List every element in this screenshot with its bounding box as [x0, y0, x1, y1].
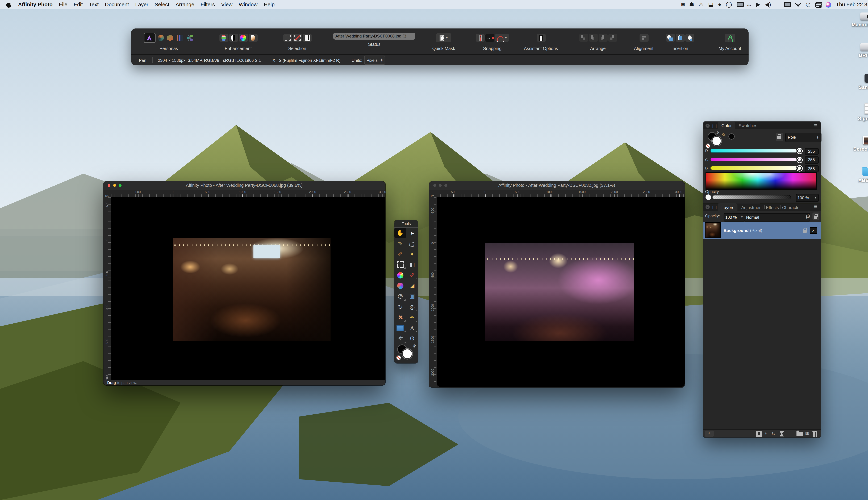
selection-brush-tool[interactable]: ✐ [395, 249, 406, 260]
layers-empty-area[interactable] [703, 239, 820, 430]
move-to-front-button[interactable] [579, 34, 588, 42]
zoom-button[interactable] [445, 184, 447, 186]
tab-adjustment[interactable]: Adjustment [738, 203, 764, 211]
snapping-move-button[interactable]: → [486, 34, 494, 42]
adjustment-layer-button[interactable]: ◑ [764, 431, 767, 436]
auto-contrast-button[interactable] [229, 34, 238, 42]
select-all-button[interactable] [283, 34, 292, 42]
window-titlebar[interactable]: Affinity Photo - After Wedding Party-DSC… [429, 181, 685, 189]
apple-menu-icon[interactable] [6, 1, 12, 8]
zoom-tool[interactable]: ⊙ [406, 333, 418, 344]
red-slider[interactable] [710, 149, 801, 152]
new-pixel-layer-button[interactable]: ▦ [805, 431, 809, 436]
layer-effects-button[interactable]: fx [772, 431, 775, 436]
document-canvas[interactable] [111, 197, 385, 379]
time-machine-icon[interactable]: ◷ [806, 2, 811, 7]
layer-thumbnail[interactable] [705, 223, 721, 238]
delete-layer-button[interactable] [813, 432, 817, 437]
minimize-button[interactable] [113, 184, 116, 186]
volume-icon[interactable]: ◀) [765, 2, 771, 7]
auto-levels-button[interactable] [219, 34, 228, 42]
layer-visibility-checkbox[interactable]: ✓ [810, 227, 817, 234]
mask-layer-button[interactable] [756, 431, 762, 436]
collapse-all-button[interactable]: » [705, 430, 713, 437]
menu-text[interactable]: Text [89, 1, 99, 8]
display-mirroring-icon[interactable] [784, 2, 790, 7]
tone-mapping-persona-button[interactable] [175, 34, 184, 42]
wifi-icon[interactable] [795, 2, 801, 7]
play-circle-icon[interactable]: ▶ [756, 2, 761, 7]
window-titlebar[interactable]: Affinity Photo - After Wedding Party-DSC… [103, 181, 385, 189]
panel-close-icon[interactable]: ✕ [705, 123, 709, 127]
blend-options-gear-icon[interactable]: ⚙ [806, 213, 811, 219]
insert-inside-button[interactable] [685, 34, 694, 42]
tools-palette-title[interactable]: Tools [395, 220, 418, 228]
no-color-icon[interactable] [705, 143, 710, 148]
photo-dscf0068[interactable] [173, 238, 331, 341]
desktop-icon-drive-1[interactable]: ⚡ DRIVE 1 [847, 43, 868, 57]
status-filename-field[interactable]: After Wedding Party-DSCF0068.jpg (3 [333, 33, 415, 39]
my-account-button[interactable] [724, 34, 735, 42]
blue-value[interactable]: 255 [804, 165, 818, 172]
rectangular-marquee-tool[interactable] [395, 259, 406, 270]
mesh-warp-tool[interactable]: # [395, 333, 406, 344]
view-tool[interactable]: ✋ [395, 228, 406, 238]
layer-row-background[interactable]: Background (Pixel) ✓ [703, 222, 820, 239]
vertical-ruler[interactable] [103, 197, 112, 379]
smudge-tool[interactable]: ↻ [395, 302, 406, 312]
dodge-brush-tool[interactable]: ◔ [395, 291, 406, 302]
green-slider[interactable] [710, 157, 801, 161]
clone-stamp-tool[interactable]: ▣ [406, 291, 418, 302]
cookie-icon[interactable]: ● [718, 2, 721, 7]
menu-filters[interactable]: Filters [201, 1, 215, 8]
live-filter-button[interactable] [779, 431, 784, 436]
download-box-icon[interactable]: ⬓ [708, 2, 713, 7]
tab-swatches[interactable]: Swatches [735, 122, 761, 129]
menu-layer[interactable]: Layer [135, 1, 148, 8]
insert-behind-button[interactable] [665, 34, 675, 42]
tab-color[interactable]: Color [718, 122, 735, 129]
units-select[interactable]: Pixels ▴▾ [364, 56, 385, 65]
menu-app-name[interactable]: Affinity Photo [18, 1, 53, 8]
layer-lock-icon[interactable] [803, 228, 807, 233]
panel-menu-icon[interactable]: ≣ [814, 123, 818, 128]
quick-mask-button[interactable]: ▾ [436, 33, 452, 42]
zoom-button[interactable] [119, 184, 122, 186]
panel-dock-icon[interactable]: ❙❙ [711, 123, 718, 127]
minimize-button[interactable] [439, 184, 442, 186]
blur-tool[interactable]: ◎ [406, 302, 418, 312]
colorsync-display-icon[interactable] [736, 2, 743, 7]
flame-icon[interactable]: ♨ [699, 2, 704, 7]
opacity-slider[interactable] [712, 195, 791, 199]
color-model-select[interactable]: RGB ▴▾ [785, 133, 821, 143]
rectangle-tool[interactable] [395, 323, 406, 333]
vertical-ruler[interactable] [429, 197, 437, 386]
healing-brush-tool[interactable]: ✚ [395, 312, 406, 323]
menu-select[interactable]: Select [155, 1, 169, 8]
blue-slider[interactable] [710, 166, 801, 170]
shortcuts-icon[interactable]: ▱ [747, 2, 752, 7]
menu-bar-clock[interactable]: Thu Feb 22 3:17 PM [836, 1, 868, 8]
color-spectrum[interactable] [705, 172, 816, 190]
move-backwards-button[interactable] [598, 34, 607, 42]
snapping-grid-button[interactable] [476, 34, 485, 42]
color-picker-icon[interactable]: ✎ [722, 133, 726, 138]
menu-document[interactable]: Document [105, 1, 129, 8]
siri-icon[interactable] [826, 2, 831, 7]
photo-dscf0032[interactable] [486, 243, 634, 341]
red-slider-knob[interactable] [797, 148, 803, 154]
erase-brush-tool[interactable]: ◪ [406, 281, 418, 291]
liquify-persona-button[interactable] [156, 34, 165, 42]
menu-arrange[interactable]: Arrange [175, 1, 194, 8]
swap-colors-icon[interactable]: ⇄ [412, 343, 417, 349]
no-color-icon[interactable] [396, 355, 401, 361]
desktop-icon-screenshots[interactable]: Screenshots [847, 136, 868, 151]
foreground-color-well[interactable] [711, 136, 721, 146]
menu-file[interactable]: File [59, 1, 67, 8]
deselect-button[interactable] [293, 34, 302, 42]
photo-persona-button[interactable] [144, 33, 155, 43]
color-lock-button[interactable] [775, 133, 783, 141]
insert-on-top-button[interactable] [675, 34, 684, 42]
panel-close-icon[interactable]: ✕ [705, 205, 709, 209]
develop-persona-button[interactable] [165, 34, 175, 42]
